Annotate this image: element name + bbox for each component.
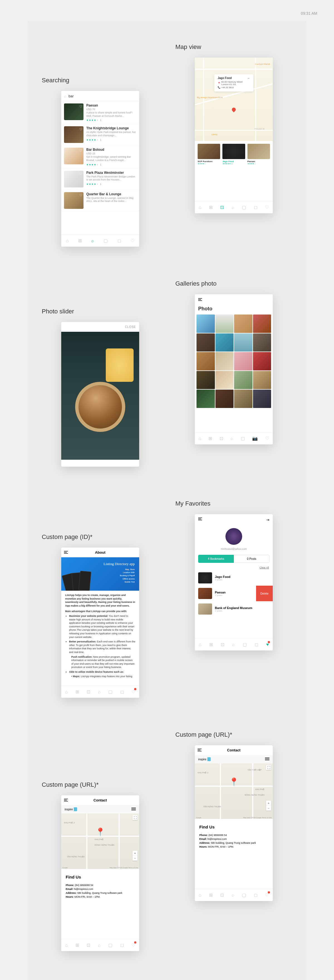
map-card[interactable]: Jago Food★★★★★ 1 bbox=[222, 144, 245, 165]
bookmark-icon[interactable]: ▢ bbox=[108, 689, 112, 694]
gallery-item[interactable] bbox=[216, 333, 234, 352]
gallery-item[interactable] bbox=[253, 352, 272, 371]
map-tab-icon[interactable]: ⊡ bbox=[86, 689, 90, 694]
site-menu-icon[interactable] bbox=[265, 757, 269, 761]
heart-icon[interactable]: ♡ bbox=[79, 193, 82, 197]
camera-icon[interactable]: ◻ bbox=[120, 942, 124, 948]
home-icon[interactable]: ⌂ bbox=[199, 892, 201, 898]
grid-icon[interactable]: ⊞ bbox=[209, 205, 213, 210]
search-result[interactable]: ♡Quarter Bar & LoungeThe Quarter Bar & L… bbox=[61, 190, 139, 212]
map-tab-icon[interactable]: ⊡ bbox=[220, 436, 223, 441]
bookmark-icon[interactable]: ▢ bbox=[242, 205, 246, 210]
grid-icon[interactable]: ⊞ bbox=[209, 892, 213, 898]
search-result[interactable]: ♡PaesanUSD 70A place to share simple and… bbox=[61, 101, 139, 124]
gallery-item[interactable] bbox=[234, 371, 252, 389]
gallery-item[interactable] bbox=[216, 315, 234, 333]
camera-icon[interactable]: ◻ bbox=[254, 892, 257, 898]
gallery-item[interactable] bbox=[197, 333, 215, 352]
zoom-in-button[interactable]: + bbox=[133, 851, 137, 856]
close-button[interactable]: CLOSE bbox=[61, 322, 139, 332]
camera-icon[interactable]: ◻ bbox=[254, 205, 257, 210]
heart-tab-icon[interactable]: ♡ bbox=[131, 689, 135, 694]
gallery-item[interactable] bbox=[253, 315, 272, 333]
bookmark-icon[interactable]: ▢ bbox=[242, 892, 246, 898]
brand-logo[interactable]: inspire bbox=[198, 757, 211, 761]
slider-photo[interactable] bbox=[61, 332, 139, 460]
search-tab-icon[interactable]: ⌕ bbox=[98, 943, 101, 948]
menu-icon[interactable] bbox=[198, 298, 202, 301]
map-tab-icon[interactable]: ⊡ bbox=[220, 892, 224, 898]
grid-icon[interactable]: ⊞ bbox=[75, 942, 79, 948]
grid-icon[interactable]: ⊞ bbox=[208, 436, 212, 441]
camera-icon[interactable]: ◻ bbox=[255, 642, 258, 647]
map-card[interactable]: Paesan★★★★☆ bbox=[248, 144, 270, 165]
fav-item[interactable]: Bank of England Museum2 years bbox=[195, 601, 273, 617]
gallery-item[interactable] bbox=[234, 315, 252, 333]
home-icon[interactable]: ⌂ bbox=[198, 436, 201, 441]
grid-icon[interactable]: ⊞ bbox=[78, 238, 82, 243]
map-tab-icon[interactable]: ⊡ bbox=[220, 205, 224, 210]
home-icon[interactable]: ⌂ bbox=[65, 689, 68, 694]
heart-icon[interactable]: ♡ bbox=[79, 127, 82, 131]
logout-icon[interactable]: ⇥ bbox=[266, 517, 269, 522]
map-pin-icon[interactable] bbox=[231, 107, 237, 112]
zoom-out-button[interactable]: − bbox=[266, 806, 271, 811]
fav-item[interactable]: Paesan2 yearsDelete bbox=[195, 585, 273, 601]
map-popup[interactable]: Jago Food→ 📍68-80 Hanbury StreetLondon E… bbox=[214, 74, 253, 91]
bookmark-icon[interactable]: ▢ bbox=[108, 942, 112, 948]
brand-logo[interactable]: inspire bbox=[65, 807, 77, 811]
grid-icon[interactable]: ⊞ bbox=[75, 689, 79, 694]
search-tab-icon[interactable]: ⌕ bbox=[230, 436, 233, 441]
search-result[interactable]: ♡Park Plaza WestminsterThe Park Plaza We… bbox=[61, 169, 139, 190]
gallery-item[interactable] bbox=[216, 390, 234, 408]
search-tab-icon[interactable]: ⌕ bbox=[232, 205, 234, 210]
map-tab-icon[interactable]: ⊡ bbox=[86, 942, 90, 948]
search-tab-icon[interactable]: ⌕ bbox=[232, 892, 234, 898]
heart-tab-icon[interactable]: ♡ bbox=[131, 942, 135, 948]
search-input[interactable] bbox=[69, 94, 136, 98]
zoom-in-button[interactable]: + bbox=[266, 801, 271, 806]
site-menu-icon[interactable] bbox=[131, 808, 136, 811]
search-result[interactable]: ♡The Knightsbridge LoungeAn idyllic Hyde… bbox=[61, 124, 139, 145]
home-icon[interactable]: ⌂ bbox=[199, 642, 201, 647]
grid-icon[interactable]: ⊞ bbox=[209, 642, 213, 647]
gallery-item[interactable] bbox=[197, 390, 215, 408]
gallery-item[interactable] bbox=[197, 371, 215, 389]
gallery-item[interactable] bbox=[234, 333, 252, 352]
camera-icon[interactable]: ◻ bbox=[120, 689, 124, 694]
gallery-item[interactable] bbox=[253, 333, 272, 352]
menu-icon[interactable] bbox=[198, 749, 201, 752]
gallery-item[interactable] bbox=[216, 352, 234, 371]
gallery-item[interactable] bbox=[234, 352, 252, 371]
home-icon[interactable]: ⌂ bbox=[199, 205, 201, 210]
menu-icon[interactable] bbox=[64, 799, 68, 802]
heart-tab-icon[interactable]: ♥ bbox=[266, 642, 269, 647]
zoom-out-button[interactable]: − bbox=[133, 856, 137, 861]
heart-tab-icon[interactable]: ♡ bbox=[265, 436, 269, 441]
heart-tab-icon[interactable]: ♡ bbox=[131, 238, 134, 243]
map-expand-button[interactable]: ⛶ bbox=[266, 765, 271, 770]
gallery-item[interactable] bbox=[253, 371, 272, 389]
menu-icon[interactable] bbox=[198, 517, 202, 522]
camera-icon[interactable]: 📷 bbox=[252, 436, 258, 441]
bookmarks-tab[interactable]: 4 Bookmarks bbox=[198, 555, 234, 563]
map-tab-icon[interactable]: ▢ bbox=[104, 238, 108, 243]
map-tab-icon[interactable]: ⊡ bbox=[221, 642, 224, 647]
gallery-item[interactable] bbox=[234, 390, 252, 408]
map-expand-button[interactable]: ⛶ bbox=[133, 815, 137, 820]
gallery-item[interactable] bbox=[216, 371, 234, 389]
heart-tab-icon[interactable]: ♡ bbox=[265, 892, 269, 898]
heart-icon[interactable]: ♡ bbox=[79, 172, 82, 176]
fav-item[interactable]: Jago Food2 years bbox=[195, 570, 273, 585]
map-card[interactable]: SCP Furniture★★★★☆ bbox=[198, 144, 220, 165]
search-result[interactable]: ♡Bar BoloudUSD 15Set in Knightsbridge, a… bbox=[61, 145, 139, 168]
search-tab-icon[interactable]: ⌕ bbox=[232, 642, 235, 647]
camera-icon[interactable]: ◻ bbox=[117, 238, 121, 243]
gallery-item[interactable] bbox=[197, 315, 215, 333]
home-icon[interactable]: ⌂ bbox=[65, 943, 68, 948]
menu-icon[interactable] bbox=[64, 551, 68, 554]
gallery-item[interactable] bbox=[253, 390, 272, 408]
posts-tab[interactable]: 0 Posts bbox=[234, 555, 269, 563]
bookmark-icon[interactable]: ▢ bbox=[241, 436, 245, 441]
heart-tab-icon[interactable]: ♡ bbox=[265, 205, 269, 210]
